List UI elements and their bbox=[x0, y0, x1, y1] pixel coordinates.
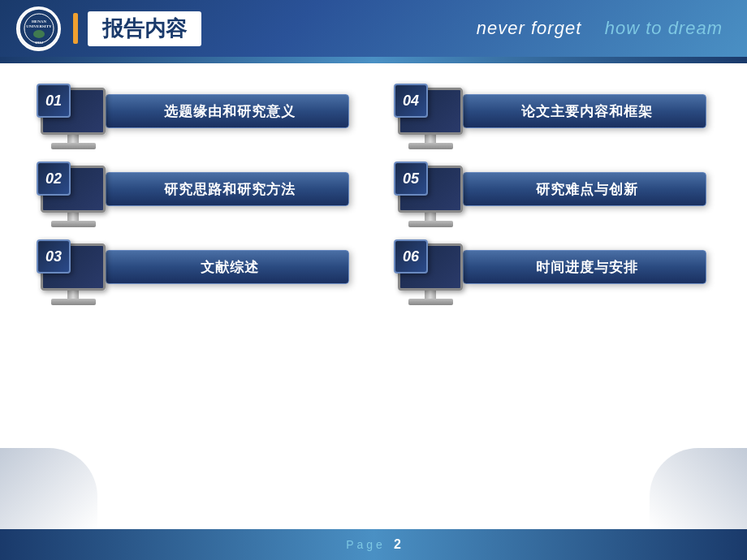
label-bar-06: 时间进度与安排 bbox=[463, 250, 706, 284]
header-title-area: 报告内容 bbox=[73, 11, 201, 46]
monitor-item-04: 04 论文主要内容和框架 bbox=[398, 88, 706, 149]
monitor-stand-05 bbox=[398, 213, 463, 227]
monitor-item-02: 02 研究思路和研究方法 bbox=[41, 166, 349, 227]
monitor-neck-06 bbox=[425, 291, 436, 299]
monitor-screen-04: 04 bbox=[398, 88, 463, 135]
svg-text:UNIVERSITY: UNIVERSITY bbox=[26, 24, 52, 28]
monitor-base-01 bbox=[51, 143, 96, 149]
header: HENAN UNIVERSITY 1912 报告内容 never forget … bbox=[0, 0, 747, 57]
label-bar-04: 论文主要内容和框架 bbox=[463, 94, 706, 128]
monitor-neck-05 bbox=[425, 213, 436, 221]
num-badge-06: 06 bbox=[394, 239, 428, 274]
monitor-stand-06 bbox=[398, 291, 463, 305]
monitor-wrapper-01: 01 bbox=[41, 88, 114, 149]
right-corner-decoration bbox=[650, 448, 747, 529]
wave-decoration bbox=[0, 57, 747, 63]
title-bar-decoration bbox=[73, 13, 78, 44]
monitor-wrapper-03: 03 bbox=[41, 243, 114, 305]
footer: Page 2 bbox=[0, 529, 747, 560]
footer-page-number: 2 bbox=[394, 537, 401, 552]
left-corner-decoration bbox=[0, 448, 97, 529]
label-bar-03: 文献综述 bbox=[106, 250, 349, 284]
university-logo: HENAN UNIVERSITY 1912 bbox=[16, 6, 61, 51]
monitor-stand-02 bbox=[41, 213, 106, 227]
main-content: 01 选题缘由和研究意义 02 研究思路和研究方法 bbox=[0, 63, 747, 321]
monitor-neck-01 bbox=[67, 135, 79, 143]
monitor-neck-02 bbox=[67, 213, 79, 221]
slogan-part1: never forget bbox=[477, 18, 581, 38]
svg-point-4 bbox=[33, 30, 45, 38]
num-badge-03: 03 bbox=[37, 239, 71, 274]
label-bar-02: 研究思路和研究方法 bbox=[106, 172, 349, 206]
monitor-item-03: 03 文献综述 bbox=[41, 243, 349, 305]
monitor-base-03 bbox=[51, 299, 96, 305]
page-title: 报告内容 bbox=[88, 11, 201, 46]
num-badge-05: 05 bbox=[394, 162, 428, 196]
svg-text:1912: 1912 bbox=[35, 41, 44, 45]
monitor-item-01: 01 选题缘由和研究意义 bbox=[41, 88, 349, 149]
footer-page-label: Page bbox=[346, 538, 386, 551]
label-bar-01: 选题缘由和研究意义 bbox=[106, 94, 349, 128]
monitor-screen-05: 05 bbox=[398, 166, 463, 213]
monitor-stand-04 bbox=[398, 135, 463, 149]
monitor-screen-01: 01 bbox=[41, 88, 106, 135]
slogan-part2: how to dream bbox=[605, 18, 723, 38]
header-slogan: never forget how to dream bbox=[477, 18, 723, 39]
monitor-base-02 bbox=[51, 221, 96, 227]
monitor-base-06 bbox=[408, 299, 453, 305]
monitor-wrapper-04: 04 bbox=[398, 88, 471, 149]
monitor-screen-06: 06 bbox=[398, 243, 463, 291]
monitor-wrapper-06: 06 bbox=[398, 243, 471, 305]
monitor-item-06: 06 时间进度与安排 bbox=[398, 243, 706, 305]
monitor-base-05 bbox=[408, 221, 453, 227]
monitor-screen-03: 03 bbox=[41, 243, 106, 291]
num-badge-01: 01 bbox=[37, 84, 71, 118]
monitor-neck-03 bbox=[67, 291, 79, 299]
monitor-wrapper-02: 02 bbox=[41, 166, 114, 227]
monitor-neck-04 bbox=[425, 135, 436, 143]
monitor-wrapper-05: 05 bbox=[398, 166, 471, 227]
monitor-stand-01 bbox=[41, 135, 106, 149]
monitor-base-04 bbox=[408, 143, 453, 149]
num-badge-02: 02 bbox=[37, 162, 71, 196]
monitor-item-05: 05 研究难点与创新 bbox=[398, 166, 706, 227]
monitor-stand-03 bbox=[41, 291, 106, 305]
monitor-screen-02: 02 bbox=[41, 166, 106, 213]
num-badge-04: 04 bbox=[394, 84, 428, 118]
svg-text:HENAN: HENAN bbox=[31, 19, 45, 24]
label-bar-05: 研究难点与创新 bbox=[463, 172, 706, 206]
